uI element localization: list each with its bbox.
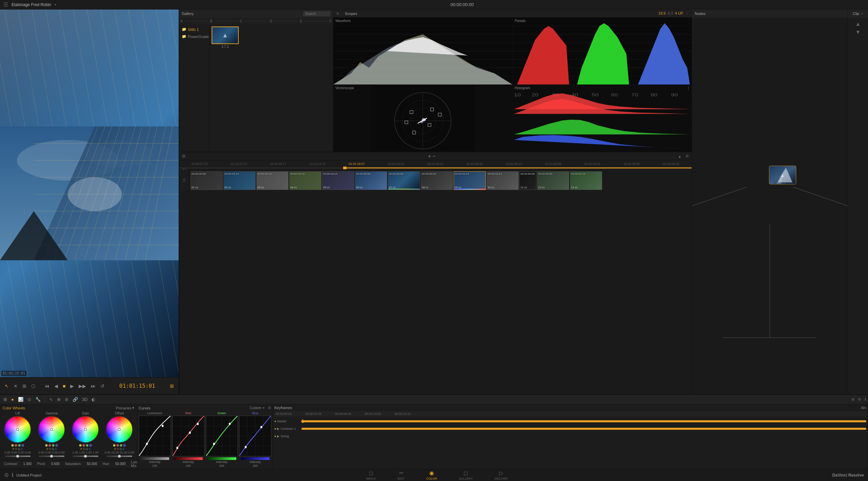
clip-10[interactable]: 00:00:03:14 10 v1 [487, 171, 519, 190]
grading-tool-curves[interactable]: ∿ [48, 396, 54, 403]
timeline-add-btn[interactable]: + [428, 153, 431, 159]
curves-node-icon[interactable]: ⚙ [268, 406, 271, 410]
wheel-lift-interactive[interactable] [4, 416, 31, 443]
info-btn[interactable]: ℹ [12, 472, 14, 478]
timeline-zoom-icon[interactable]: ⚙ [686, 154, 689, 158]
etalonage-dropdown[interactable]: ▾ [55, 3, 56, 6]
offset-r-dot[interactable] [116, 444, 119, 447]
scope-settings-icon[interactable]: ⋮ [685, 11, 689, 16]
grading-tool-5[interactable]: 🔧 [34, 396, 42, 403]
offset-b-dot[interactable] [123, 444, 126, 447]
green-intensity-bar[interactable] [207, 457, 236, 460]
clip-12[interactable]: 00:00:00:00 12 v1 [537, 171, 569, 190]
gamma-g-dot[interactable] [52, 444, 55, 447]
nav-edit-btn[interactable]: ✂ EDIT [394, 469, 409, 481]
nav-color-btn[interactable]: ◉ COLOR [422, 469, 441, 481]
offset-slider[interactable] [106, 456, 133, 457]
clip-5[interactable]: 00:00:03:14 05 v1 [322, 171, 354, 190]
gain-y-dot[interactable] [79, 444, 82, 447]
wheels-mode-dropdown[interactable]: ▾ [132, 406, 134, 410]
clip-6[interactable]: 00:00:00:00 06 v1 [355, 171, 387, 190]
clip-scroll-up[interactable]: ▲ [855, 21, 861, 27]
grading-tool-2[interactable]: ● [10, 396, 15, 403]
viewer-video[interactable]: 01:01:15:01 [0, 9, 179, 377]
curve-blue-canvas[interactable] [239, 416, 271, 456]
luminance-intensity-bar[interactable] [140, 457, 169, 460]
kf-diamond-master[interactable] [301, 419, 304, 423]
lift-r-dot[interactable] [15, 444, 17, 447]
skip-end-btn[interactable]: ⏭ [90, 383, 97, 389]
grading-tool-6[interactable]: ⊕ [56, 396, 62, 403]
kf-master-bar[interactable] [301, 420, 866, 422]
grading-tool-9[interactable]: 3D [81, 396, 89, 403]
clip-panel-expand[interactable]: ↗ [861, 12, 863, 16]
clip-2[interactable]: 00:00:03:14 02 v1 [223, 171, 256, 190]
clip-8[interactable]: 00:00:00:00 08 v1 [421, 171, 453, 190]
gallery-nav-powergrade[interactable]: 📁 PowerGrade [179, 33, 209, 40]
ratio-16-9[interactable]: 16:9 [658, 11, 666, 16]
gamma-y-dot[interactable] [45, 444, 48, 447]
grading-tool-10[interactable]: ◐ [90, 396, 97, 403]
clip-11[interactable]: 00:00:00:00 11 v1 [519, 171, 536, 190]
timeline-remove-btn[interactable]: − [433, 153, 436, 159]
gallery-nav-stills[interactable]: 📁 Stills 1 [179, 26, 209, 33]
scopes-close-btn[interactable]: ✕ [336, 11, 339, 16]
clip-4[interactable]: 00:00:03:14 04 v1 [289, 171, 321, 190]
clip-scroll-down[interactable]: ▼ [855, 29, 861, 35]
gallery-tab-b[interactable]: B [210, 19, 213, 23]
gallery-tab-d[interactable]: D [270, 19, 272, 23]
clip-13[interactable]: 00:00:03:14 13 v1 [570, 171, 602, 190]
grading-tool-4[interactable]: ⊙ [26, 396, 33, 403]
skip-start-btn[interactable]: ⏮ [43, 383, 51, 389]
keyframes-all-dropdown[interactable]: ▾ [865, 406, 866, 410]
wheel-gain-interactive[interactable] [72, 416, 99, 443]
blue-intensity-bar[interactable] [241, 457, 270, 460]
timeline-scroll-up[interactable]: ▲ [678, 154, 682, 158]
tool-select-btn[interactable]: ↖ [3, 383, 10, 389]
prev-frame-btn[interactable]: ◀ [53, 383, 59, 389]
clip-3[interactable]: 00:00:03:14 03 v1 [256, 171, 289, 190]
playhead-marker[interactable] [343, 167, 347, 169]
lift-g-dot[interactable] [18, 444, 21, 447]
nav-media-btn[interactable]: ◻ MEDIA [362, 469, 380, 481]
grading-tool-8[interactable]: 🔗 [71, 396, 79, 403]
histogram-menu[interactable]: ⋮ [687, 86, 690, 91]
clip-7[interactable]: 00:00:00:00 07 v1 [388, 171, 420, 190]
gamma-b-dot[interactable] [55, 444, 58, 447]
still-thumb-1[interactable] [212, 26, 239, 44]
gallery-tab-a[interactable]: A [180, 19, 183, 23]
grading-more-btn[interactable]: ⊞ [851, 397, 854, 402]
wheel-gamma-interactive[interactable] [38, 416, 65, 443]
gallery-tab-f[interactable]: F [330, 19, 332, 23]
magic-mask-btn[interactable]: ⬡ [30, 383, 37, 389]
next-frame-btn[interactable]: ▶▶ [77, 383, 87, 389]
gallery-tab-e[interactable]: E [300, 19, 302, 23]
gain-b-dot[interactable] [89, 444, 92, 447]
timeline-settings-icon[interactable]: ⚙ [182, 154, 186, 159]
app-menu-icon[interactable]: ☰ [3, 1, 8, 8]
offset-y-dot[interactable] [113, 444, 116, 447]
grading-info-btn[interactable]: ℹ [865, 397, 866, 402]
kf-corrector-bar[interactable] [301, 428, 866, 430]
gallery-search-input[interactable] [303, 11, 330, 16]
lift-b-dot[interactable] [21, 444, 24, 447]
lift-slider[interactable] [5, 456, 31, 457]
gallery-toggle-btn[interactable]: ⊞ [169, 383, 175, 389]
crop-btn[interactable]: ⊞ [21, 383, 28, 389]
nav-gallery-btn[interactable]: ◻ GALLERY [455, 469, 477, 481]
gamma-slider[interactable] [39, 456, 65, 457]
offset-g-dot[interactable] [120, 444, 122, 447]
stop-btn[interactable]: ■ [61, 383, 67, 389]
curve-green-canvas[interactable] [206, 416, 238, 456]
red-intensity-bar[interactable] [174, 457, 202, 460]
gain-r-dot[interactable] [82, 444, 85, 447]
grading-tool-3[interactable]: 📊 [17, 396, 25, 403]
curve-red-canvas[interactable] [172, 416, 204, 456]
clip-1[interactable]: 00:00:00:00 01 v1 [191, 171, 223, 190]
grading-settings-btn[interactable]: ⚙ [858, 397, 861, 402]
transform-btn[interactable]: ✕ [12, 383, 19, 389]
scope-4up-btn[interactable]: 4 UP [675, 11, 683, 16]
play-btn[interactable]: ▶ [69, 383, 75, 389]
loop-btn[interactable]: ↺ [99, 383, 106, 389]
curve-luminance-canvas[interactable] [139, 416, 171, 456]
